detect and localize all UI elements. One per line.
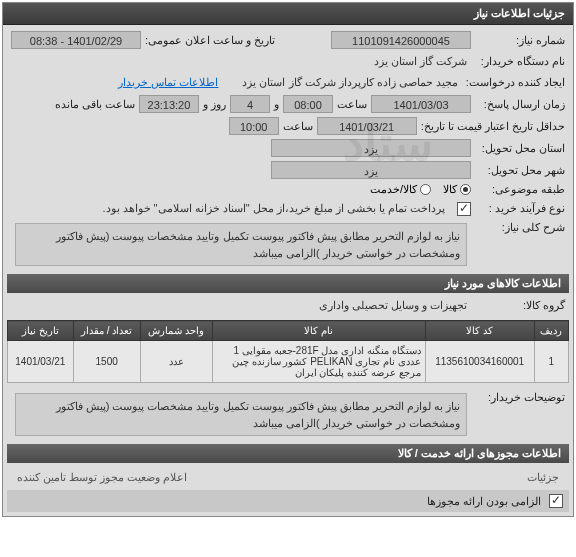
cell-row: 1 [534,341,568,383]
footer-left: جزئیات [523,469,563,486]
need-desc-text: نیاز به لوازم التحریر مطابق پیش فاکتور پ… [15,223,467,266]
need-info-panel: جزئیات اطلاعات نیاز ستاد شماره نیاز: 110… [2,2,574,517]
province-label: استان محل تحویل: [475,142,565,155]
announce-value: 1401/02/29 - 08:38 [11,31,141,49]
credit-hist-label: حداقل تاریخ اعتبار قیمت تا تاریخ: [421,120,565,133]
radio-icon [460,184,471,195]
days-value: 4 [230,95,270,113]
buyer-org-label: نام دستگاه خریدار: [475,55,565,68]
purchase-type-label: نوع فرآیند خرید : [475,202,565,215]
col-unit: واحد شمارش [140,321,212,341]
goods-header: اطلاعات کالاهای مورد نیاز [7,274,569,293]
class-goods-label: کالا [443,183,457,196]
col-date: تاریخ نیاز [8,321,74,341]
cell-date: 1401/03/21 [8,341,74,383]
reply-time: 08:00 [283,95,333,113]
purchase-type-note: پرداخت تمام یا بخشی از مبلغ خرید،از محل … [11,200,449,217]
buyer-notes-label: توضیحات خریدار: [475,391,565,404]
cell-name: دستگاه منگنه اداری مدل 281F-جعبه مقوایی … [212,341,425,383]
cell-code: 1135610034160001 [425,341,534,383]
reply-date: 1401/03/03 [371,95,471,113]
radio-icon [420,184,431,195]
time-label-2: ساعت [283,120,313,133]
remaining-time: 23:13:20 [139,95,199,113]
time-label-1: ساعت [337,98,367,111]
footer-right: اعلام وضعیت مجوز توسط تامین کننده [13,469,191,486]
credit-date: 1401/03/21 [317,117,417,135]
announce-label: تاریخ و ساعت اعلان عمومی: [145,34,275,47]
requester-label: ایجاد کننده درخواست: [466,76,565,89]
permit-required-label: الزامی بودن ارائه مجوزها [427,495,541,508]
buyer-notes-text: نیاز به لوازم التحریر مطابق پیش فاکتور پ… [15,393,467,436]
days-unit: روز و [203,98,226,111]
permit-required-checkbox[interactable] [549,494,563,508]
col-code: کد کالا [425,321,534,341]
buyer-org-value: شرکت گاز استان یزد [370,53,471,70]
goods-table: ردیف کد کالا نام کالا واحد شمارش تعداد /… [7,320,569,383]
cell-qty: 1500 [73,341,140,383]
goods-group-label: گروه کالا: [475,299,565,312]
class-label: طبقه موضوعی: [475,183,565,196]
purchase-type-checkbox[interactable] [457,202,471,216]
reply-deadline-label: زمان ارسال پاسخ: [475,98,565,111]
need-no-label: شماره نیاز: [475,34,565,47]
col-row: ردیف [534,321,568,341]
class-service-radio[interactable]: کالا/خدمت [370,183,431,196]
col-qty: تعداد / مقدار [73,321,140,341]
goods-group-value: تجهیزات و وسایل تحصیلی واداری [315,297,471,314]
city-value: یزد [271,161,471,179]
province-value: یزد [271,139,471,157]
class-service-label: کالا/خدمت [370,183,417,196]
class-radio-group: کالا کالا/خدمت [370,183,471,196]
city-label: شهر محل تحویل: [475,164,565,177]
class-goods-radio[interactable]: کالا [443,183,471,196]
permits-header: اطلاعات مجوزهای ارائه خدمت / کالا [7,444,569,463]
buyer-contact-link[interactable]: اطلاعات تماس خریدار [118,76,218,89]
need-info-header: جزئیات اطلاعات نیاز [3,3,573,25]
credit-time: 10:00 [229,117,279,135]
col-name: نام کالا [212,321,425,341]
need-desc-label: شرح کلی نیاز: [475,221,565,234]
table-row[interactable]: 1 1135610034160001 دستگاه منگنه اداری مد… [8,341,569,383]
remaining-label: ساعت باقی مانده [55,98,135,111]
cell-unit: عدد [140,341,212,383]
and-label: و [274,98,279,111]
need-no-value: 1101091426000045 [331,31,471,49]
requester-value: مجید حماصی زاده کارپرداز شرکت گاز استان … [238,74,461,91]
